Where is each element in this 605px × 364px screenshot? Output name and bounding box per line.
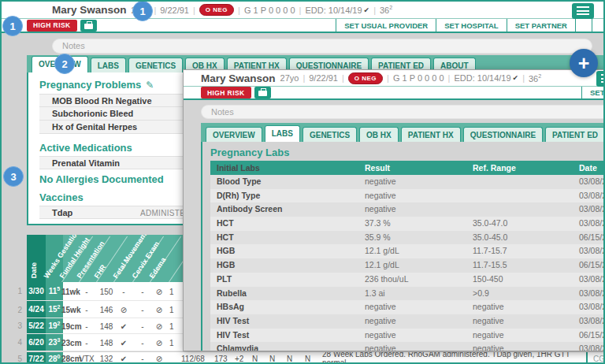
header-actions: SET USUAL PROVIDER SET HOSPITAL SET PART… [581,87,605,98]
vaccines-heading: Vaccines [39,191,84,203]
tab-overview[interactable]: OVERVIEW [206,127,262,142]
annotation-2: 2 [54,54,75,74]
pregnancy-problems-heading: Pregnancy Problems [39,79,141,91]
header-actions: SET USUAL PROVIDER SET HOSPITAL SET PART… [336,19,592,32]
lab-row[interactable]: Rubella1.3 ai>0.903/08/2019 [210,287,605,301]
edit-pencil-icon[interactable]: ✎ [146,80,154,91]
weight-value: 173 [214,355,235,363]
lab-row[interactable]: Antibody Screennegative03/08/2019 [210,202,605,217]
edd-value: EDD: 10/14/19 [305,6,362,15]
divider: | [342,73,344,83]
set-partner-button[interactable]: SET PARTNER [507,19,576,32]
edd-value: EDD: 10/14/19 [454,73,510,83]
flowsheet-row[interactable]: 7/22 280 28cm VTX 132 ✔ - ⊘ 112/68 173 +… [27,351,605,364]
row-number: 4 [9,338,22,347]
patient-dob: 9/22/91 [160,6,189,15]
set-usual-provider-button[interactable]: SET USUAL PROVIDER [582,87,605,98]
row-number: 2 [9,306,22,314]
lab-row[interactable]: HIV Testnegativenegative03/08/2019 [210,314,605,329]
app-canvas: Mary Swanson 27yo | 9/22/91 | O NEG | G … [0,0,605,364]
divider: | [387,73,389,83]
divider: | [448,73,451,83]
gravida-para: G 1 P 0 0 0 0 [244,6,295,15]
divider: | [154,6,156,15]
patient-header: Mary Swanson 27yo | 9/22/91 | O NEG | G … [184,70,605,87]
menu-icon[interactable] [572,3,594,19]
gravida-para: G 1 P 0 0 0 0 [393,73,444,83]
labs-table: Initial Labs Result Ref. Range Date Bloo… [210,161,605,351]
high-risk-badge: HIGH RISK [201,87,251,98]
row-number: 5 [9,355,22,363]
divider: | [238,6,240,15]
edd-check-icon: ✔ [364,6,370,14]
lab-row[interactable]: HCT37.3 %35.0-47.003/08/2019 [210,217,605,231]
set-hospital-button[interactable]: SET HOSPITAL [436,19,507,32]
annotation-3: 3 [3,166,24,187]
labs-panel: Pregnancy Labs Initial Labs Result Ref. … [201,142,605,351]
case-icon[interactable] [254,87,271,98]
pregnancy-labs-heading: Pregnancy Labs [210,147,289,158]
annotation-1: 1 [2,16,23,36]
lab-row[interactable]: PLT236 thou/uL150-45003/08/2019 [210,273,605,287]
tab-patient-hx[interactable]: PATIENT HX [401,127,461,142]
tab-labs[interactable]: LABS [91,58,126,72]
patient-age: 27yo [280,73,299,83]
lab-row[interactable]: HIV Testnegativenegative06/15/2019 [210,329,605,343]
labs-window: Mary Swanson 27yo | 9/22/91 | O NEG | G … [183,69,605,351]
labs-table-header: Initial Labs Result Ref. Range Date [210,161,605,175]
divider: | [522,73,525,83]
divider: | [193,6,195,15]
row-number: 1 [9,287,22,295]
tab-patient-ed[interactable]: PATIENT ED [545,127,605,142]
lab-row[interactable]: HCT35.9 %35.0-45.006/15/2019 [210,231,605,245]
edd-check-icon: ✔ [513,74,519,82]
row-number: 3 [9,321,22,330]
tab-labs[interactable]: LABS [265,125,300,142]
menu-icon[interactable] [596,71,605,87]
blood-type-badge: O NEG [348,72,383,84]
divider: | [299,6,302,15]
patient-status-bar: HIGH RISK SET USUAL PROVIDER SET HOSPITA… [184,87,605,100]
visit-note: 28 Week Labs Ordered. RhoGAM administere… [322,351,582,364]
tab-bar: OVERVIEW LABS GENETICS OB HX PATIENT HX … [201,123,605,142]
station-value: +2 [235,355,251,363]
lab-row[interactable]: D(Rh) Typenegative03/08/2019 [210,189,605,203]
tab-questionnaire[interactable]: QUESTIONNAIRE [463,127,543,142]
add-button[interactable]: + [570,49,598,77]
tab-genetics[interactable]: GENETICS [128,58,183,72]
gestational-age: 362 [380,5,392,15]
lab-row[interactable]: Blood Typenegative03/08/2019 [210,175,605,189]
patient-name: Mary Swanson [201,72,276,84]
actions-spacer [576,19,592,32]
notes-input[interactable] [201,105,605,119]
bp-value: 112/68 [181,355,213,363]
patient-status-bar: HIGH RISK SET USUAL PROVIDER SET HOSPITA… [2,19,605,33]
lab-row[interactable]: HBsAgnegativenegative03/08/2019 [210,300,605,314]
notes-input[interactable] [52,39,592,54]
annotation-1: 1 [132,1,153,21]
blood-type-badge: O NEG [199,4,234,16]
lab-row[interactable]: HGB12.1 g/dL11.7-15.506/15/2019 [210,258,605,273]
case-icon[interactable] [80,20,97,32]
patient-header: Mary Swanson 27yo | 9/22/91 | O NEG | G … [2,2,605,19]
provider-initials: CG [586,352,605,364]
no-allergies-heading: No Allergies Documented [39,173,164,185]
active-medications-heading: Active Medications [39,142,132,154]
patient-dob: 9/22/91 [309,73,338,83]
tab-genetics[interactable]: GENETICS [302,127,357,142]
tab-ob-hx[interactable]: OB HX [359,127,399,142]
patient-name: Mary Swanson [52,4,127,16]
vaccine-name: Tdap [52,208,72,217]
lab-row[interactable]: Chlamydianegativenegative03/08/2019 [210,342,605,351]
high-risk-badge: HIGH RISK [27,20,77,32]
set-usual-provider-button[interactable]: SET USUAL PROVIDER [336,19,436,32]
lab-row[interactable]: HGB12.1 g/dL11.7-15.703/08/2019 [210,244,605,258]
divider: | [373,6,376,15]
gestational-age: 362 [529,73,541,84]
divider: | [302,73,305,83]
